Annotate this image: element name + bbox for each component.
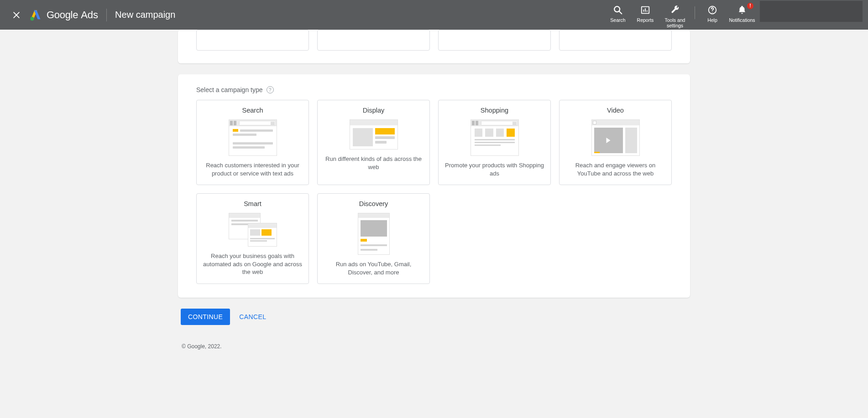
section-title: Select a campaign type (196, 86, 263, 93)
notifications-label: Notifications (729, 17, 755, 23)
card-title: Search (242, 107, 263, 114)
wrench-icon (669, 5, 680, 15)
bell-icon (737, 5, 748, 15)
content-container: Select a campaign type ? Search (178, 30, 690, 361)
google-ads-logo-icon (29, 9, 42, 21)
campaign-type-grid: Search Reach customers interested in you… (196, 100, 672, 284)
header-left: Google Ads New campaign (5, 0, 175, 30)
campaign-card-video[interactable]: Video Reach and engage viewers on YouTub… (559, 100, 672, 185)
card-desc: Promote your products with Shopping ads (445, 161, 544, 177)
goal-card-placeholder[interactable] (559, 30, 672, 51)
campaign-card-smart[interactable]: Smart Reach your business goals with aut… (196, 193, 309, 284)
footer-copyright: © Google, 2022. (178, 325, 690, 350)
help-icon (707, 5, 718, 15)
card-title: Discovery (359, 200, 388, 207)
video-illustration (591, 119, 640, 156)
campaign-type-panel: Select a campaign type ? Search (178, 74, 690, 298)
notifications-tool[interactable]: ! Notifications (726, 4, 758, 24)
logo-text-google: Google (47, 9, 78, 21)
card-desc: Reach customers interested in your produ… (203, 161, 302, 177)
action-row: CONTINUE CANCEL (181, 309, 690, 325)
card-title: Shopping (481, 107, 508, 114)
display-illustration (350, 119, 398, 150)
app-header: Google Ads New campaign Search Reports T… (0, 0, 868, 30)
continue-button[interactable]: CONTINUE (181, 309, 230, 325)
campaign-card-search[interactable]: Search Reach customers interested in you… (196, 100, 309, 185)
card-title: Display (363, 107, 385, 114)
tools-label: Tools and settings (661, 17, 689, 28)
search-tool[interactable]: Search (604, 4, 632, 24)
goal-card-placeholder[interactable] (196, 30, 309, 51)
search-illustration (229, 119, 277, 156)
header-separator (695, 6, 695, 19)
svg-point-10 (712, 11, 712, 12)
reports-tool[interactable]: Reports (632, 4, 659, 24)
help-tooltip-icon[interactable]: ? (267, 86, 274, 93)
reports-icon (640, 5, 651, 15)
card-title: Smart (244, 200, 261, 207)
card-desc: Run ads on YouTube, Gmail, Discover, and… (324, 260, 423, 276)
account-picker[interactable] (760, 1, 863, 22)
help-label: Help (707, 17, 717, 23)
notification-badge: ! (747, 3, 753, 9)
header-right: Search Reports Tools and settings Help (604, 1, 863, 29)
header-divider (106, 9, 107, 21)
campaign-card-discovery[interactable]: Discovery Run ads on YouTube, Gmail, Dis… (317, 193, 430, 284)
campaign-card-display[interactable]: Display Run different kinds of ad (317, 100, 430, 185)
close-icon (12, 10, 21, 20)
svg-line-4 (619, 11, 622, 14)
logo-text: Google Ads (47, 9, 98, 21)
tools-settings[interactable]: Tools and settings (659, 4, 691, 29)
cancel-button[interactable]: CANCEL (239, 313, 266, 320)
search-label: Search (610, 17, 625, 23)
section-title-row: Select a campaign type ? (196, 86, 672, 93)
card-desc: Reach your business goals with automated… (203, 252, 302, 276)
help-tool[interactable]: Help (699, 4, 726, 24)
smart-illustration (229, 213, 277, 247)
logo-text-ads: Ads (81, 9, 98, 21)
reports-label: Reports (637, 17, 654, 23)
close-button[interactable] (5, 4, 27, 26)
card-desc: Run different kinds of ads across the we… (324, 155, 423, 171)
goal-card-placeholder[interactable] (317, 30, 430, 51)
page-title: New campaign (115, 10, 175, 20)
discovery-illustration (358, 213, 390, 255)
goal-card-placeholder[interactable] (438, 30, 551, 51)
svg-point-2 (30, 17, 34, 21)
logo[interactable]: Google Ads (29, 9, 98, 21)
page: Select a campaign type ? Search (0, 0, 868, 361)
campaign-card-shopping[interactable]: Shopping Promote your products with Shop… (438, 100, 551, 185)
card-title: Video (607, 107, 624, 114)
card-desc: Reach and engage viewers on YouTube and … (566, 161, 665, 177)
search-icon (612, 5, 623, 15)
shopping-illustration (471, 119, 519, 156)
previous-panel (178, 30, 690, 63)
